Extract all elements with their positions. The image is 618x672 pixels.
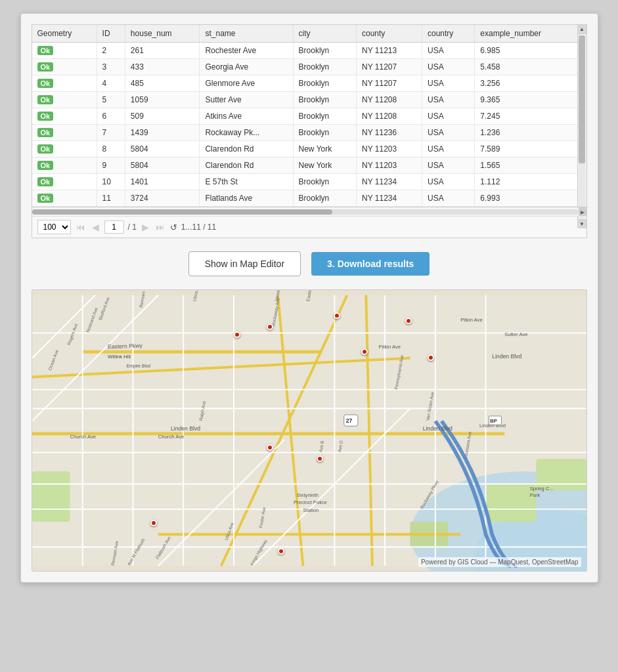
svg-text:Spring C...: Spring C...: [529, 486, 553, 492]
scroll-down-button[interactable]: ▼: [577, 219, 586, 228]
county-cell: NY 11208: [357, 92, 422, 108]
h-scroll-thumb[interactable]: [32, 209, 333, 215]
svg-text:Linden Blvd: Linden Blvd: [492, 353, 521, 360]
house_num-cell: 485: [125, 75, 200, 92]
map-canvas[interactable]: Eastern Pkwy Linden Blvd Linden Blvd Pit…: [32, 290, 586, 571]
country-cell: USA: [422, 108, 474, 125]
first-page-button[interactable]: ⏮: [75, 222, 87, 232]
svg-text:Precinct Police: Precinct Police: [294, 499, 327, 505]
house_num-cell: 5804: [125, 141, 200, 158]
country-cell: USA: [422, 92, 474, 108]
map-marker[interactable]: [150, 520, 157, 526]
data-table: GeometryIDhouse_numst_namecitycountycoun…: [32, 25, 577, 207]
page-number-input[interactable]: [104, 220, 124, 234]
svg-text:Willink Hill: Willink Hill: [108, 354, 131, 360]
example_number-cell: 9.365: [475, 92, 577, 108]
county-cell: NY 11234: [357, 190, 422, 207]
map-marker[interactable]: [361, 348, 368, 355]
house_num-cell: 433: [125, 59, 200, 75]
svg-text:27: 27: [345, 417, 352, 424]
vertical-scrollbar[interactable]: ▲ ▼: [577, 25, 586, 228]
city-cell: Brooklyn: [293, 190, 356, 207]
svg-text:Sixtyninth: Sixtyninth: [296, 492, 318, 498]
pagination-bar: 100 50 25 ⏮ ◀ / 1 ▶ ⏭ ↺ 1...11 / 11: [32, 216, 586, 238]
st_name-cell: E 57th St: [200, 174, 293, 190]
table-row[interactable]: Ok101401E 57th StBrooklynNY 11234USA1.11…: [32, 174, 577, 190]
map-marker[interactable]: [267, 444, 273, 451]
action-buttons-row: Show in Map Editor 3. Download results: [32, 238, 587, 289]
city-cell: Brooklyn: [293, 92, 356, 108]
id-cell: 11: [97, 190, 125, 207]
id-cell: 4: [97, 75, 125, 92]
example_number-cell: 1.236: [475, 125, 577, 141]
table-row[interactable]: Ok2261Rochester AveBrooklynNY 11213USA6.…: [32, 43, 577, 59]
svg-text:Linden Blvd: Linden Blvd: [171, 425, 200, 432]
column-header: city: [293, 25, 356, 43]
download-results-button[interactable]: 3. Download results: [311, 252, 430, 276]
prev-page-button[interactable]: ◀: [91, 222, 100, 232]
svg-rect-4: [485, 484, 536, 522]
table-row[interactable]: Ok3433Georgia AveBrooklynNY 11207USA5.45…: [32, 59, 577, 75]
horizontal-scrollbar[interactable]: ▶: [32, 207, 586, 216]
city-cell: Brooklyn: [293, 43, 356, 59]
svg-text:Park: Park: [529, 492, 540, 498]
house_num-cell: 509: [125, 108, 200, 125]
svg-rect-3: [32, 471, 70, 522]
county-cell: NY 11208: [357, 108, 422, 125]
map-marker[interactable]: [317, 455, 323, 462]
map-marker[interactable]: [428, 354, 434, 361]
example_number-cell: 6.985: [475, 43, 577, 59]
id-cell: 10: [97, 174, 125, 190]
svg-text:Church Ave: Church Ave: [158, 434, 183, 440]
record-range-label: 1...11 / 11: [181, 222, 216, 232]
county-cell: NY 11207: [357, 59, 422, 75]
table-row[interactable]: Ok4485Glenmore AveBrooklynNY 11207USA3.2…: [32, 75, 577, 92]
st_name-cell: Atkins Ave: [200, 108, 293, 125]
show-map-editor-button[interactable]: Show in Map Editor: [188, 251, 301, 276]
map-marker[interactable]: [234, 331, 240, 338]
table-row[interactable]: Ok85804Clarendon RdNew YorkNY 11203USA7.…: [32, 141, 577, 158]
house_num-cell: 3724: [125, 190, 200, 207]
geometry-cell: Ok: [32, 92, 97, 108]
table-row[interactable]: Ok71439Rockaway Pk...BrooklynNY 11236USA…: [32, 125, 577, 141]
example_number-cell: 5.458: [475, 59, 577, 75]
map-background-svg: Eastern Pkwy Linden Blvd Linden Blvd Pit…: [32, 290, 586, 571]
scroll-thumb[interactable]: [579, 35, 585, 163]
scroll-track: [579, 35, 585, 218]
next-page-button[interactable]: ▶: [141, 222, 150, 232]
county-cell: NY 11203: [357, 141, 422, 158]
house_num-cell: 1401: [125, 174, 200, 190]
country-cell: USA: [422, 141, 474, 158]
geometry-cell: Ok: [32, 75, 97, 92]
geometry-cell: Ok: [32, 174, 97, 190]
county-cell: NY 11203: [357, 158, 422, 174]
house_num-cell: 1439: [125, 125, 200, 141]
geometry-cell: Ok: [32, 158, 97, 174]
example_number-cell: 7.245: [475, 108, 577, 125]
table-row[interactable]: Ok113724Flatlands AveBrooklynNY 11234USA…: [32, 190, 577, 207]
scroll-up-button[interactable]: ▲: [577, 25, 586, 34]
column-header: country: [422, 25, 474, 43]
table-row[interactable]: Ok51059Sutter AveBrooklynNY 11208USA9.36…: [32, 92, 577, 108]
example_number-cell: 3.256: [475, 75, 577, 92]
map-marker[interactable]: [405, 318, 412, 324]
geometry-cell: Ok: [32, 43, 97, 59]
refresh-button[interactable]: ↺: [170, 222, 177, 232]
total-pages-label: / 1: [128, 222, 137, 232]
map-marker[interactable]: [267, 324, 273, 330]
country-cell: USA: [422, 190, 474, 207]
page-size-select[interactable]: 100 50 25: [37, 220, 71, 234]
geometry-cell: Ok: [32, 108, 97, 125]
last-page-button[interactable]: ⏭: [154, 222, 166, 232]
h-scroll-track: [32, 209, 579, 215]
map-marker[interactable]: [334, 312, 340, 319]
column-header: house_num: [125, 25, 200, 43]
map-marker[interactable]: [278, 548, 284, 555]
country-cell: USA: [422, 174, 474, 190]
house_num-cell: 1059: [125, 92, 200, 108]
id-cell: 6: [97, 108, 125, 125]
table-row[interactable]: Ok6509Atkins AveBrooklynNY 11208USA7.245: [32, 108, 577, 125]
svg-text:Church Ave: Church Ave: [70, 434, 95, 440]
table-row[interactable]: Ok95804Clarendon RdNew YorkNY 11203USA1.…: [32, 158, 577, 174]
h-scroll-right-arrow[interactable]: ▶: [579, 207, 586, 216]
